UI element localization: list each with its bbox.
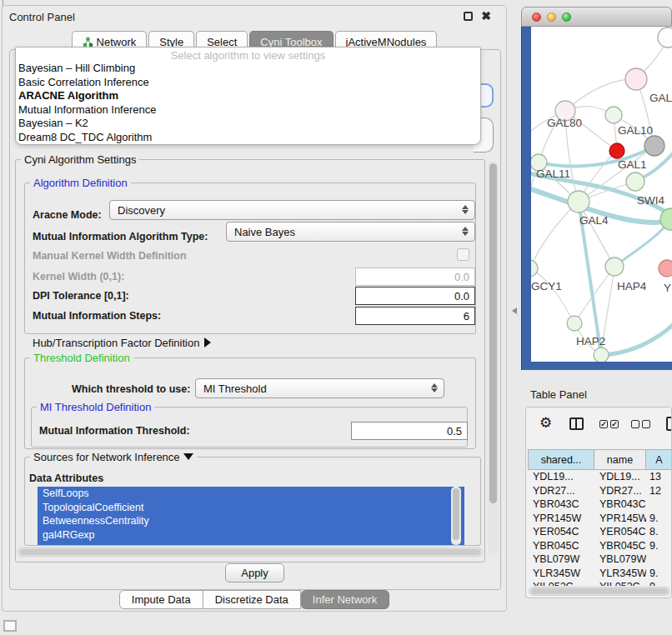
aracne-mode-combobox[interactable]: Discovery bbox=[109, 200, 475, 220]
hub-definition-toggle[interactable]: Hub/Transcription Factor Definition bbox=[33, 337, 211, 349]
column-header[interactable]: name bbox=[594, 449, 646, 470]
collapsed-arrow-icon bbox=[204, 338, 211, 348]
table-header: shared...nameA bbox=[528, 449, 672, 470]
which-threshold-combobox[interactable]: MI Threshold bbox=[195, 378, 444, 398]
table-row[interactable]: YDL19...YDL19...13 bbox=[528, 470, 672, 484]
table-cell: 9. bbox=[646, 539, 672, 553]
table-cell: YDR27... bbox=[594, 484, 646, 498]
column-header[interactable]: shared... bbox=[528, 449, 594, 470]
algorithm-popup-list: Bayesian – Hill ClimbingBasic Correlatio… bbox=[16, 62, 480, 144]
data-attribute-item[interactable]: SelfLoops bbox=[38, 487, 464, 501]
table-cell: YPR145W bbox=[528, 512, 594, 526]
table-cell: YIL052C bbox=[528, 580, 594, 586]
network-node-hap4[interactable] bbox=[605, 258, 624, 276]
node-label: GAL11 bbox=[536, 168, 570, 180]
table-cell bbox=[646, 552, 672, 567]
document-icon[interactable] bbox=[666, 417, 672, 431]
gear-icon[interactable]: ⚙ bbox=[539, 414, 552, 432]
hub-definition-label: Hub/Transcription Factor Definition bbox=[33, 337, 199, 349]
bottom-tab-infer-network[interactable]: Infer Network bbox=[301, 590, 389, 609]
table-row[interactable]: YBR043CYBR043C bbox=[528, 498, 672, 512]
data-attribute-item[interactable]: gal4RGexp bbox=[38, 528, 464, 542]
table-cell: YBR045C bbox=[594, 539, 646, 553]
table-cell: 13 bbox=[646, 470, 672, 484]
expanded-arrow-icon bbox=[183, 453, 193, 460]
checked-checkbox-icon[interactable]: ✓ bbox=[599, 420, 608, 428]
data-attribute-item[interactable]: BetweennessCentrality bbox=[38, 514, 464, 528]
collapsed-panel-icon[interactable] bbox=[3, 620, 17, 632]
node-label: GAL4 bbox=[579, 214, 609, 227]
kernel-width-field[interactable]: 0.0 bbox=[355, 268, 475, 286]
table-row[interactable]: YBL079WYBL079W bbox=[528, 552, 672, 567]
table-row[interactable]: YBR045CYBR045C9. bbox=[528, 539, 672, 553]
network-edge[interactable] bbox=[565, 79, 636, 111]
network-edge-thick[interactable] bbox=[601, 323, 672, 355]
table-cell: YDL19... bbox=[594, 470, 646, 484]
network-node-gal[interactable] bbox=[625, 68, 647, 90]
network-node-swi4[interactable] bbox=[626, 172, 644, 191]
network-node[interactable] bbox=[644, 136, 664, 156]
algorithm-popup-hint: Select algorithm to view settings bbox=[16, 49, 480, 62]
unchecked-checkbox-icon[interactable] bbox=[642, 420, 650, 428]
algorithm-option[interactable]: Mutual Information Inference bbox=[16, 103, 480, 118]
network-node-y[interactable] bbox=[659, 260, 672, 277]
network-node[interactable] bbox=[594, 348, 609, 362]
table-row[interactable]: YER054CYER054C8. bbox=[528, 525, 672, 539]
network-node[interactable] bbox=[658, 28, 672, 48]
settings-horizontal-scrollbar[interactable] bbox=[18, 548, 483, 557]
splitter-collapse-icon[interactable] bbox=[512, 308, 517, 314]
data-attribute-item[interactable]: TopologicalCoefficient bbox=[38, 501, 464, 515]
combo-arrows-icon bbox=[461, 226, 469, 237]
node-label: GCY1 bbox=[531, 280, 562, 292]
float-icon[interactable] bbox=[464, 12, 473, 21]
algorithm-option[interactable]: Basic Correlation Inference bbox=[16, 76, 480, 90]
algorithm-option[interactable]: Bayesian – K2 bbox=[16, 117, 480, 131]
data-attributes-list[interactable]: SelfLoopsTopologicalCoefficientBetweenne… bbox=[38, 487, 464, 545]
bottom-tab-impute-data[interactable]: Impute Data bbox=[119, 590, 203, 609]
network-edge[interactable] bbox=[531, 202, 579, 268]
algorithm-option[interactable]: ARACNE Algorithm bbox=[16, 89, 480, 103]
table-cell: YER054C bbox=[528, 525, 594, 539]
columns-icon[interactable] bbox=[569, 418, 584, 430]
table-row[interactable]: YLR345WYLR345W9. bbox=[528, 567, 672, 581]
table-row[interactable]: YPR145WYPR145W9. bbox=[528, 512, 672, 526]
manual-kernel-label: Manual Kernel Width Definition bbox=[33, 250, 187, 262]
apply-button[interactable]: Apply bbox=[225, 563, 284, 582]
bottom-tab-discretize-data[interactable]: Discretize Data bbox=[203, 590, 301, 609]
close-traffic-light-icon[interactable] bbox=[532, 12, 541, 22]
mi-threshold-field[interactable]: 0.5 bbox=[351, 422, 468, 440]
zoom-traffic-light-icon[interactable] bbox=[562, 12, 571, 22]
sources-group-title[interactable]: Sources for Network Inference bbox=[30, 451, 197, 463]
mi-algorithm-type-combobox[interactable]: Naive Bayes bbox=[226, 222, 475, 242]
algorithm-option[interactable]: Bayesian – Hill Climbing bbox=[16, 62, 480, 76]
minimize-traffic-light-icon[interactable] bbox=[547, 12, 556, 22]
network-node-gal4[interactable] bbox=[568, 191, 589, 212]
network-window-titlebar[interactable] bbox=[521, 7, 672, 27]
node-label: HAP2 bbox=[576, 335, 605, 348]
manual-kernel-checkbox[interactable] bbox=[457, 248, 469, 261]
network-edge[interactable] bbox=[531, 268, 574, 323]
network-canvas[interactable]: GALGAL80GAL10GAL1GAL11SWI4GAL4GCY1HAP4YH… bbox=[531, 27, 672, 362]
column-header[interactable]: A bbox=[646, 449, 672, 470]
unchecked-checkbox-icon[interactable] bbox=[631, 420, 639, 428]
network-node-gcy1[interactable] bbox=[531, 260, 538, 277]
mi-steps-field[interactable]: 6 bbox=[355, 307, 475, 325]
table-row[interactable]: YIL052CYIL052C9 bbox=[528, 580, 672, 586]
algorithm-option[interactable]: Dream8 DC_TDC Algorithm bbox=[16, 131, 480, 145]
network-node-gal1[interactable] bbox=[609, 143, 624, 158]
close-icon[interactable]: ✖ bbox=[481, 9, 491, 22]
table-panel-title: Table Panel bbox=[530, 388, 587, 401]
table-horizontal-scrollbar[interactable] bbox=[529, 587, 670, 596]
attributes-list-scrollbar[interactable] bbox=[451, 487, 461, 545]
table-cell: YER054C bbox=[594, 525, 646, 539]
settings-vertical-scrollbar[interactable] bbox=[488, 161, 499, 556]
checked-checkbox-icon[interactable]: ✓ bbox=[610, 420, 619, 428]
dpi-tolerance-field[interactable]: 0.0 bbox=[355, 287, 475, 305]
network-node-gal10[interactable] bbox=[605, 107, 622, 123]
control-panel: Control Panel ✖ NetworkStyleSelectCyni T… bbox=[2, 5, 507, 612]
network-node-hap2[interactable] bbox=[567, 316, 582, 331]
mi-steps-label: Mutual Information Steps: bbox=[33, 310, 161, 322]
control-panel-titlebar: Control Panel ✖ bbox=[3, 6, 506, 28]
table-rows: YDL19...YDL19...13YDR27...YDR27...12YBR0… bbox=[528, 470, 672, 586]
table-row[interactable]: YDR27...YDR27...12 bbox=[528, 484, 672, 498]
